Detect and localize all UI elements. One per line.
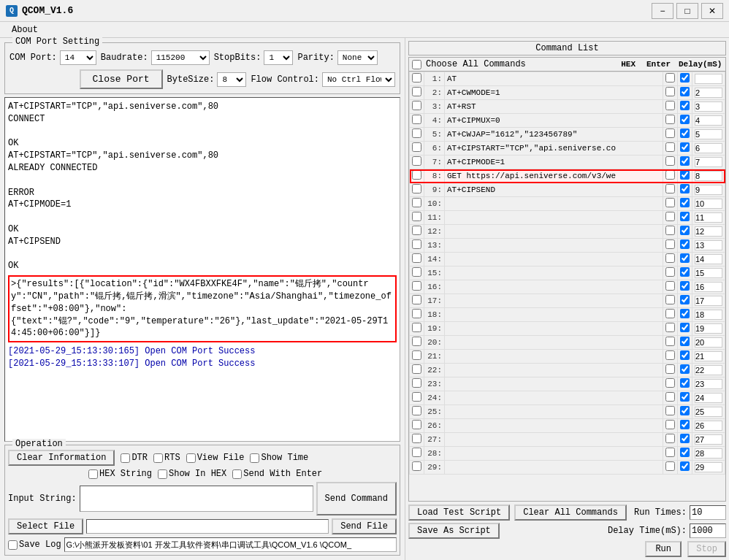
cmd-delay-cell[interactable] [692, 280, 725, 294]
cmd-row-checkbox-cell[interactable] [410, 391, 424, 405]
cmd-enter-checkbox-11[interactable] [680, 226, 690, 235]
cmd-row-checkbox-cell[interactable] [410, 350, 424, 364]
cmd-enter-cell[interactable] [678, 322, 692, 336]
cmd-text[interactable] [445, 294, 663, 308]
rts-checkbox-label[interactable]: RTS [153, 453, 180, 463]
cmd-input[interactable] [447, 213, 660, 222]
run-times-input[interactable] [690, 505, 726, 520]
com-port-select[interactable]: 14 [60, 50, 96, 65]
cmd-text[interactable] [445, 169, 663, 183]
cmd-input[interactable] [447, 130, 660, 139]
cmd-hex-checkbox-18[interactable] [665, 323, 675, 332]
cmd-hex-cell[interactable] [663, 364, 678, 377]
cmd-row-checkbox-cell[interactable] [410, 336, 424, 350]
cmd-delay-cell[interactable] [692, 197, 725, 211]
cmd-text[interactable] [445, 350, 663, 364]
cmd-row-checkbox-cell[interactable] [410, 169, 424, 183]
cmd-delay-input-13[interactable] [695, 254, 722, 264]
cmd-hex-cell[interactable] [663, 322, 678, 336]
cmd-text[interactable] [445, 336, 663, 350]
cmd-row-checkbox-cell[interactable] [410, 419, 424, 433]
cmd-enter-checkbox-9[interactable] [680, 198, 690, 207]
cmd-checkbox-20[interactable] [412, 350, 421, 360]
cmd-delay-cell[interactable] [692, 169, 725, 183]
cmd-checkbox-4[interactable] [412, 129, 421, 138]
cmd-hex-cell[interactable] [663, 197, 678, 211]
cmd-enter-checkbox-21[interactable] [680, 364, 690, 374]
save-log-checkbox-label[interactable]: Save Log [8, 540, 61, 550]
parity-select[interactable]: None [337, 50, 378, 65]
stop-button[interactable]: Stop [687, 541, 726, 557]
cmd-hex-checkbox-27[interactable] [665, 448, 675, 457]
cmd-enter-cell[interactable] [678, 350, 692, 364]
cmd-enter-checkbox-6[interactable] [680, 156, 690, 166]
cmd-hex-checkbox-20[interactable] [665, 350, 675, 360]
cmd-hex-checkbox-14[interactable] [665, 267, 675, 277]
cmd-checkbox-1[interactable] [412, 87, 421, 96]
cmd-input[interactable] [447, 227, 660, 236]
cmd-input[interactable] [447, 463, 660, 472]
cmd-hex-checkbox-6[interactable] [665, 156, 675, 166]
cmd-input[interactable] [447, 352, 660, 361]
cmd-hex-cell[interactable] [663, 294, 678, 308]
cmd-text[interactable] [445, 433, 663, 447]
cmd-text[interactable] [445, 447, 663, 461]
cmd-checkbox-2[interactable] [412, 101, 421, 110]
cmd-hex-checkbox-19[interactable] [665, 337, 675, 346]
cmd-enter-cell[interactable] [678, 391, 692, 405]
cmd-enter-cell[interactable] [678, 114, 692, 128]
cmd-hex-checkbox-10[interactable] [665, 212, 675, 221]
cmd-hex-cell[interactable] [663, 114, 678, 128]
cmd-row-checkbox-cell[interactable] [410, 86, 424, 100]
select-file-button[interactable]: Select File [8, 518, 83, 534]
cmd-delay-input-12[interactable] [695, 240, 722, 250]
cmd-text[interactable] [445, 280, 663, 294]
cmd-text[interactable] [445, 364, 663, 377]
cmd-enter-cell[interactable] [678, 433, 692, 447]
cmd-checkbox-7[interactable] [412, 170, 421, 180]
cmd-hex-checkbox-28[interactable] [665, 461, 675, 471]
cmd-hex-cell[interactable] [663, 433, 678, 447]
cmd-row-checkbox-cell[interactable] [410, 253, 424, 266]
cmd-enter-checkbox-17[interactable] [680, 309, 690, 318]
cmd-enter-checkbox-13[interactable] [680, 253, 690, 263]
cmd-text[interactable] [445, 322, 663, 336]
cmd-hex-cell[interactable] [663, 239, 678, 253]
cmd-hex-checkbox-9[interactable] [665, 198, 675, 207]
cmd-enter-checkbox-12[interactable] [680, 239, 690, 249]
cmd-input[interactable] [447, 255, 660, 264]
cmd-enter-checkbox-16[interactable] [680, 295, 690, 304]
cmd-delay-cell[interactable] [692, 350, 725, 364]
cmd-row-checkbox-cell[interactable] [410, 156, 424, 169]
cmd-delay-cell[interactable] [692, 433, 725, 447]
cmd-text[interactable] [445, 405, 663, 419]
cmd-row-checkbox-cell[interactable] [410, 308, 424, 322]
log-path-input[interactable] [64, 537, 397, 552]
cmd-row-checkbox-cell[interactable] [410, 142, 424, 156]
cmd-checkbox-15[interactable] [412, 281, 421, 291]
cmd-text[interactable] [445, 86, 663, 100]
cmd-delay-cell[interactable] [692, 419, 725, 433]
cmd-delay-cell[interactable] [692, 225, 725, 239]
cmd-hex-checkbox-8[interactable] [665, 184, 675, 193]
close-button[interactable]: ✕ [701, 3, 723, 19]
cmd-hex-checkbox-21[interactable] [665, 364, 675, 374]
cmd-enter-cell[interactable] [678, 377, 692, 391]
cmd-delay-input-11[interactable] [695, 226, 722, 237]
cmd-delay-cell[interactable] [692, 156, 725, 169]
cmd-text[interactable] [445, 419, 663, 433]
cmd-delay-cell[interactable] [692, 336, 725, 350]
cmd-delay-cell[interactable] [692, 447, 725, 461]
cmd-hex-cell[interactable] [663, 391, 678, 405]
cmd-delay-input-23[interactable] [695, 393, 722, 403]
cmd-delay-cell[interactable] [692, 183, 725, 197]
cmd-enter-cell[interactable] [678, 405, 692, 419]
cmd-text[interactable] [445, 142, 663, 156]
file-path-input[interactable] [86, 519, 329, 534]
cmd-checkbox-10[interactable] [412, 212, 421, 221]
cmd-input[interactable] [447, 338, 660, 347]
cmd-delay-input-21[interactable] [695, 365, 722, 375]
show-in-hex-checkbox[interactable] [158, 469, 167, 479]
send-with-enter-checkbox[interactable] [232, 469, 242, 479]
cmd-input[interactable] [447, 407, 660, 416]
